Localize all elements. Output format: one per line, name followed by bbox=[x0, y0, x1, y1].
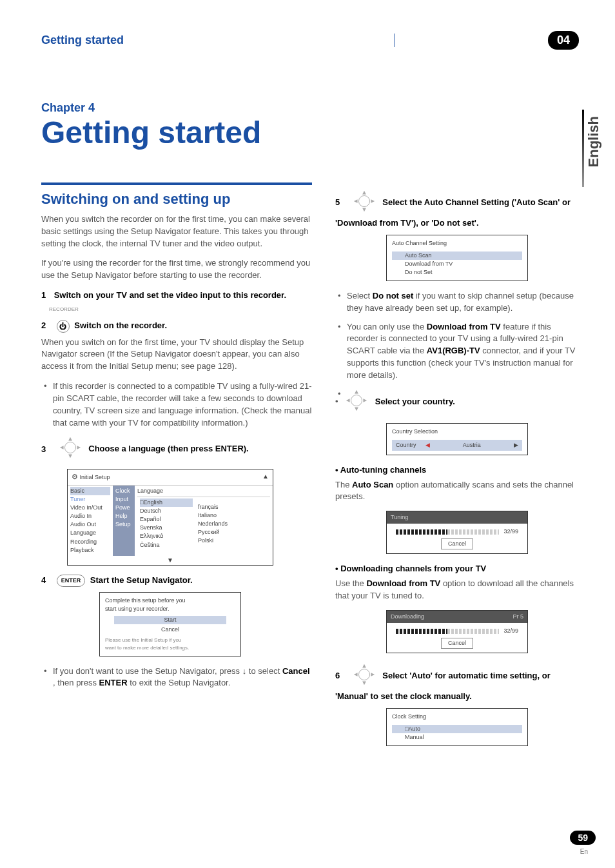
step-1-text: Switch on your TV and set the video inpu… bbox=[54, 290, 286, 300]
bold-fragment: Do not set bbox=[373, 291, 414, 301]
svg-point-1 bbox=[358, 195, 369, 206]
left-column: Switching on and setting up When you swi… bbox=[41, 182, 312, 755]
progress-value: 32/99 bbox=[503, 627, 518, 634]
right-arrow-icon: ▶ bbox=[514, 441, 518, 449]
osd-footnote: want to make more detailed settings. bbox=[105, 644, 235, 652]
step-5: 5 Select the Auto Channel Setting ('Auto… bbox=[335, 189, 579, 230]
select-country-text: Select your country. bbox=[375, 397, 455, 406]
bold-fragment: AV1(RGB)-TV bbox=[427, 346, 480, 355]
page-language-code: En bbox=[580, 848, 588, 855]
svg-point-3 bbox=[358, 669, 369, 680]
section-rule bbox=[41, 182, 312, 185]
bold-fragment: Auto Scan bbox=[352, 480, 393, 489]
download-body: Use the Download from TV option to downl… bbox=[335, 578, 579, 602]
auto-tuning-body: The Auto Scan option automatically scans… bbox=[335, 479, 579, 504]
dpad-icon bbox=[352, 662, 376, 691]
osd-country: Country Selection Country ◀ Austria ▶ bbox=[386, 423, 528, 455]
step-number: 1 bbox=[41, 290, 52, 302]
osd-title: Tuning bbox=[391, 514, 408, 520]
menu-item: Audio Out bbox=[70, 520, 110, 529]
bold-fragment: Cancel bbox=[282, 666, 310, 676]
step-number: 6 bbox=[335, 670, 346, 682]
osd-footnote: Please use the Initial Setup if you bbox=[105, 636, 235, 644]
recorder-label: RECORDER bbox=[49, 306, 312, 313]
osd-setup-navigator: Complete this setup before you start usi… bbox=[99, 592, 241, 656]
lang-option: Español bbox=[140, 515, 193, 524]
text-fragment: to select bbox=[249, 666, 282, 676]
down-arrow-icon: ↓ bbox=[242, 666, 247, 676]
osd-pr: Pr 5 bbox=[512, 613, 523, 621]
dpad-icon bbox=[344, 388, 369, 417]
text-fragment: Use the bbox=[335, 578, 366, 588]
download-heading: Downloading channels from your TV bbox=[335, 563, 579, 575]
bullet-download-tv: You can only use the Download from TV fe… bbox=[335, 321, 579, 382]
step-2: 2 ⏻ Switch on the recorder. bbox=[41, 320, 312, 333]
submenu-item: Powe bbox=[115, 504, 132, 512]
osd-start: Start bbox=[114, 616, 226, 624]
step-3-text: Choose a language (then press ENTER). bbox=[88, 444, 249, 454]
dpad-icon bbox=[58, 435, 83, 464]
enter-button-icon: ENTER bbox=[57, 575, 86, 587]
osd-initial-setup: ⚙ Initial Setup ▲ Basic Tuner Video In/O… bbox=[67, 469, 273, 566]
step-number: 5 bbox=[335, 197, 346, 209]
left-arrow-icon: ◀ bbox=[425, 441, 430, 449]
right-column: 5 Select the Auto Channel Setting ('Auto… bbox=[335, 182, 579, 755]
lang-option: □English bbox=[140, 498, 193, 507]
country-label: Country bbox=[396, 441, 416, 449]
page: Getting started 04 English Chapter 4 Get… bbox=[0, 0, 615, 868]
select-country-line: • Select your country. bbox=[335, 388, 579, 417]
step-number: 4 bbox=[41, 575, 52, 587]
menu-item: Tuner bbox=[70, 495, 110, 504]
svg-point-0 bbox=[64, 442, 75, 453]
step-6: 6 Select 'Auto' for automatic time setti… bbox=[335, 662, 579, 703]
bold-fragment: Download from TV bbox=[427, 322, 501, 331]
submenu-item: Clock bbox=[115, 487, 132, 495]
language-tab: English bbox=[585, 116, 602, 167]
chapter-heading: Chapter 4 Getting started bbox=[41, 101, 579, 150]
chapter-title: Getting started bbox=[41, 115, 579, 150]
osd-option: Do not Set bbox=[392, 268, 522, 277]
chapter-number-badge: 04 bbox=[548, 31, 579, 50]
text-fragment: Select bbox=[347, 291, 373, 301]
osd-option: □Auto bbox=[392, 725, 522, 733]
text-fragment: , then press bbox=[53, 678, 99, 687]
progress-bar-empty bbox=[447, 629, 499, 634]
menu-item: Basic bbox=[70, 487, 110, 495]
lang-option: Svenska bbox=[140, 524, 193, 532]
osd-title: Country Selection bbox=[392, 428, 522, 436]
text-fragment: to exit the Setup Navigator. bbox=[130, 678, 230, 687]
dpad-icon bbox=[352, 189, 376, 217]
progress-value: 32/99 bbox=[503, 528, 518, 535]
lang-option: Deutsch bbox=[140, 507, 193, 515]
progress-bar-empty bbox=[447, 529, 499, 535]
cancel-button: Cancel bbox=[441, 538, 473, 549]
osd-downloading: Downloading Pr 5 32/99 Cancel bbox=[386, 610, 528, 653]
bold-fragment: ENTER bbox=[99, 678, 128, 687]
progress-bar bbox=[396, 629, 447, 634]
section-heading: Switching on and setting up bbox=[41, 189, 312, 210]
country-value: Austria bbox=[439, 441, 505, 449]
menu-item: Playback bbox=[70, 546, 110, 555]
lang-option: Русский bbox=[198, 528, 268, 537]
step-4: 4 ENTER Start the Setup Navigator. bbox=[41, 575, 312, 587]
language-header: Language bbox=[137, 487, 270, 497]
lang-option: Polski bbox=[198, 537, 268, 545]
lang-option: Italiano bbox=[198, 511, 268, 520]
submenu-item: Setup bbox=[115, 520, 132, 529]
submenu-item: Help bbox=[115, 512, 132, 520]
chapter-label: Chapter 4 bbox=[41, 101, 579, 115]
osd-option: Download from TV bbox=[392, 260, 522, 268]
lang-option: français bbox=[198, 503, 268, 511]
progress-bar bbox=[396, 529, 447, 535]
auto-tuning-heading: Auto-tuning channels bbox=[335, 464, 579, 477]
osd-line: start using your recorder. bbox=[105, 605, 235, 613]
up-arrow-icon: ▲ bbox=[262, 472, 269, 482]
menu-item: Language bbox=[70, 529, 110, 537]
osd-title: Downloading bbox=[391, 613, 424, 621]
page-number-badge: 59 bbox=[570, 831, 596, 845]
osd-auto-channel: Auto Channel Setting Auto Scan Download … bbox=[386, 235, 528, 281]
menu-item: Audio In bbox=[70, 512, 110, 520]
cancel-button: Cancel bbox=[441, 638, 473, 649]
osd-tuning: Tuning 32/99 Cancel bbox=[386, 511, 528, 554]
lang-option: Nederlands bbox=[198, 520, 268, 528]
